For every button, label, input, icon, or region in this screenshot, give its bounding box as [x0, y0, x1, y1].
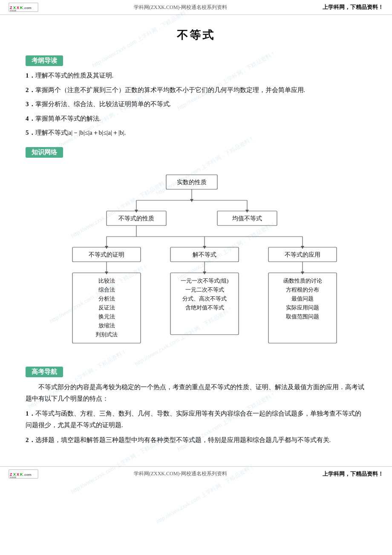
list-item-4: 4．掌握简单不等式的解法.: [26, 113, 366, 124]
list-item-2: 2．掌握两个（注意不扩展到三个）正数的算术平均数不小于它们的几何平均数定理，并会…: [26, 85, 366, 96]
svg-text:最值问题: 最值问题: [291, 295, 314, 302]
svg-text:分析法: 分析法: [98, 295, 115, 302]
gaokao-num-2: 2．: [26, 436, 35, 443]
item-num-5: 5．: [26, 129, 35, 136]
flowchart-svg: 实数的性质 不等式的性质 均值不等式: [51, 171, 358, 354]
footer-slogan: 上学科网，下精品资料！: [323, 470, 383, 478]
gaokao-intro: 不等式部分的内容是高考较为稳定的一个热点，考查的重点是不等式的性质、证明、解法及…: [26, 382, 366, 405]
gaokao-item-1: 1．不等式与函数、方程、三角、数列、几何、导数、实际应用等有关内容综合在一起的综…: [26, 408, 366, 431]
section-gaokao: 高考导航 不等式部分的内容是高考较为稳定的一个热点，考查的重点是不等式的性质、证…: [26, 362, 366, 446]
svg-text:实际应用问题: 实际应用问题: [286, 304, 319, 311]
footer-site-label: 学科网(ZXXK.COM)-网校通名校系列资料: [134, 470, 228, 477]
svg-text:取值范围问题: 取值范围问题: [286, 313, 319, 320]
svg-text:解不等式: 解不等式: [193, 251, 216, 258]
svg-text:K: K: [20, 6, 23, 10]
svg-text:.com: .com: [23, 6, 32, 10]
list-item-3: 3．掌握分析法、综合法、比较法证明简单的不等式.: [26, 99, 366, 110]
svg-text:综合法: 综合法: [98, 286, 115, 293]
item-num-2: 2．: [26, 87, 35, 93]
svg-text:函数性质的讨论: 函数性质的讨论: [283, 278, 322, 284]
svg-text:反证法: 反证法: [98, 304, 115, 311]
gaokao-item-2: 2．选择题，填空题和解答题三种题型中均有各种类型不等式题，特别是应用题和综合题几…: [26, 434, 366, 446]
svg-text:实数的性质: 实数的性质: [177, 179, 207, 185]
svg-text:均值不等式: 均值不等式: [232, 215, 262, 222]
footer-logo-image: Z X X K .com 学科网: [9, 469, 38, 479]
item-text-3: 掌握分析法、综合法、比较法证明简单的不等式.: [35, 101, 171, 107]
logo-image: Z X X K .com 学科网: [9, 3, 38, 12]
document-title: 不等式: [26, 28, 366, 43]
item-text-1: 理解不等式的性质及其证明.: [35, 72, 114, 79]
svg-text:一元二次不等式: 一元二次不等式: [185, 286, 224, 293]
svg-text:放缩法: 放缩法: [98, 322, 115, 329]
svg-text:不等式的证明: 不等式的证明: [89, 251, 124, 258]
section-zhishiwangluo: 知识网络 实数的性质 不等式的性质 均值不等式: [26, 143, 366, 354]
svg-text:不等式的性质: 不等式的性质: [118, 215, 154, 222]
svg-text:学科网: 学科网: [10, 9, 16, 12]
kaogandaodu-items: 1．理解不等式的性质及其证明. 2．掌握两个（注意不扩展到三个）正数的算术平均数…: [26, 70, 366, 139]
badge-gaokao: 高考导航: [26, 367, 63, 377]
badge-zhishiwangluo: 知识网络: [26, 147, 63, 158]
page-footer: Z X X K .com 学科网 学科网(ZXXK.COM)-网校通名校系列资料…: [0, 466, 392, 481]
page-header: Z X X K .com 学科网 学科网(ZXXK.COM)-网校通名校系列资料…: [0, 0, 392, 15]
svg-text:学科网: 学科网: [10, 476, 16, 478]
flowchart: 实数的性质 不等式的性质 均值不等式: [51, 171, 341, 354]
svg-text:.com: .com: [23, 473, 32, 477]
main-content: 不等式 考纲导读 1．理解不等式的性质及其证明. 2．掌握两个（注意不扩展到三个…: [0, 15, 392, 458]
svg-text:X: X: [17, 472, 19, 477]
item-text-4: 掌握简单不等式的解法.: [35, 115, 101, 122]
item-num-1: 1．: [26, 72, 35, 79]
svg-text:分式、高次不等式: 分式、高次不等式: [182, 295, 227, 302]
item-text-2: 掌握两个（注意不扩展到三个）正数的算术平均数不小于它们的几何平均数定理，并会简单…: [35, 87, 306, 93]
svg-text:不等式的应用: 不等式的应用: [285, 251, 320, 258]
svg-text:含绝对值不等式: 含绝对值不等式: [185, 304, 224, 311]
list-item-1: 1．理解不等式的性质及其证明.: [26, 70, 366, 81]
gaokao-num-1: 1．: [26, 410, 35, 417]
svg-text:K: K: [20, 472, 23, 477]
section-kaogandaodu: 考纲导读 1．理解不等式的性质及其证明. 2．掌握两个（注意不扩展到三个）正数的…: [26, 51, 366, 139]
item-text-5: 理解不等式|a|－|b|≤|a＋b|≤|a|＋|b|.: [35, 129, 126, 136]
svg-text:判别式法: 判别式法: [95, 331, 118, 338]
footer-logo: Z X X K .com 学科网: [9, 469, 38, 479]
logo: Z X X K .com 学科网: [9, 3, 38, 12]
list-item-5: 5．理解不等式|a|－|b|≤|a＋b|≤|a|＋|b|.: [26, 127, 366, 139]
svg-text:一元一次不等式(组): 一元一次不等式(组): [181, 278, 229, 284]
item-num-3: 3．: [26, 101, 35, 107]
gaokao-content: 不等式部分的内容是高考较为稳定的一个热点，考查的重点是不等式的性质、证明、解法及…: [26, 382, 366, 446]
item-num-4: 4．: [26, 115, 35, 122]
header-site-label: 学科网(ZXXK.COM)-网校通名校系列资料: [134, 4, 228, 11]
header-slogan: 上学科网，下精品资料！: [323, 3, 383, 11]
svg-text:比较法: 比较法: [98, 278, 115, 284]
svg-text:换元法: 换元法: [98, 313, 115, 320]
svg-text:方程根的分布: 方程根的分布: [286, 286, 319, 293]
gaokao-text-2: 选择题，填空题和解答题三种题型中均有各种类型不等式题，特别是应用题和综合题几乎都…: [35, 436, 331, 443]
badge-kaogandaodu: 考纲导读: [26, 55, 63, 66]
gaokao-text-1: 不等式与函数、方程、三角、数列、几何、导数、实际应用等有关内容综合在一起的综合试…: [26, 410, 361, 428]
svg-text:X: X: [17, 6, 19, 10]
